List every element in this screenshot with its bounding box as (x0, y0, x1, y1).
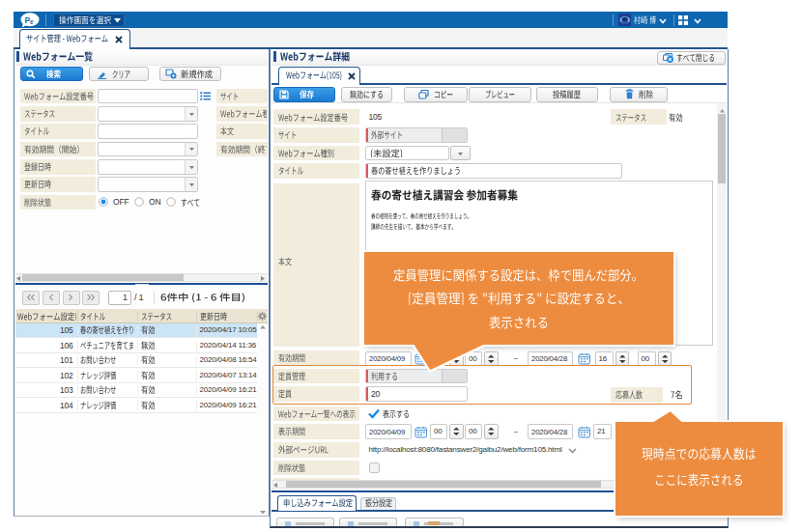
svg-text:e: e (30, 18, 34, 25)
